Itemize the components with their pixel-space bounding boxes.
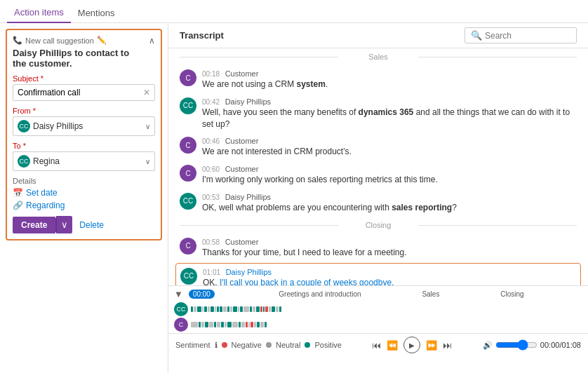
from-group: From * CC Daisy Phillips ∨ — [13, 107, 155, 136]
timestamp: 00:46 — [202, 137, 220, 145]
track-bars — [191, 306, 582, 312]
bar-segment — [230, 306, 232, 312]
clear-subject-icon[interactable]: ✕ — [143, 88, 150, 97]
bar-segment — [204, 306, 207, 312]
msg-header: 00:42 Daisy Phillips — [202, 96, 577, 107]
avatar: C — [180, 69, 196, 86]
volume-icon[interactable]: 🔊 — [483, 341, 493, 350]
search-box: 🔍 — [465, 27, 577, 43]
bar-segment — [227, 306, 229, 312]
from-label: From * — [13, 107, 155, 115]
sender-name: Customer — [225, 165, 259, 173]
msg-text: OK. I'll call you back in a couple of we… — [203, 277, 576, 285]
link-icon: 🔗 — [13, 201, 23, 210]
to-avatar: CC — [18, 155, 30, 168]
bar-segment — [248, 322, 250, 327]
table-row: CC 00:53 Daisy Phillips OK, well what pr… — [180, 189, 577, 217]
playback-controls: ⏮ ⏪ ▶ ⏩ ⏭ — [372, 337, 452, 353]
timeline-tracks: CC — [168, 302, 588, 332]
msg-text: We are not interested in CRM product's. — [202, 146, 577, 158]
transcript-title: Transcript — [180, 30, 224, 41]
msg-header: 00:60 Customer — [202, 163, 577, 174]
sender-name: Customer — [225, 69, 259, 78]
bar-segment — [223, 306, 227, 312]
bar-segment — [241, 322, 245, 327]
fast-forward-icon[interactable]: ⏩ — [426, 340, 437, 351]
sentiment-info: Sentiment ℹ Negative Neutral Positive — [175, 341, 342, 350]
bar-segment — [265, 322, 267, 327]
timestamp: 00:42 — [202, 98, 220, 106]
phase-sales: Sales — [422, 290, 439, 298]
to-group: To * CC Regina ∨ — [13, 142, 155, 171]
to-chevron-icon: ∨ — [145, 158, 150, 165]
bar-segment — [240, 306, 243, 312]
message-content: 00:53 Daisy Phillips OK, well what probl… — [202, 191, 577, 214]
search-icon: 🔍 — [471, 30, 482, 41]
regarding-link[interactable]: 🔗 Regarding — [13, 201, 155, 210]
edit-icon: ✏️ — [97, 36, 107, 45]
bar-segment — [260, 306, 262, 312]
rewind-icon[interactable]: ⏪ — [387, 340, 398, 351]
avatar: C — [180, 238, 196, 255]
skip-forward-icon[interactable]: ⏭ — [443, 340, 452, 351]
message-content: 01:01 Daisy Phillips OK. I'll call you b… — [203, 266, 576, 285]
bar-segment — [246, 322, 248, 327]
bar-segment — [232, 322, 238, 327]
collapse-timeline-button[interactable]: ▼ — [174, 289, 183, 299]
sender-name: Customer — [225, 137, 259, 145]
timestamp: 00:53 — [202, 194, 220, 201]
calendar-icon: 📅 — [13, 188, 23, 198]
play-button[interactable]: ▶ — [403, 337, 420, 353]
bar-segment — [209, 322, 213, 327]
suggestion-header: 📞 New call suggestion ✏️ — [13, 36, 155, 45]
transcript-body: Sales C 00:18 Customer We are not using … — [168, 48, 588, 285]
bar-segment — [276, 306, 279, 312]
table-row: C 00:60 Customer I'm working only workin… — [180, 161, 577, 189]
from-avatar: CC — [18, 120, 30, 133]
set-date-link[interactable]: 📅 Set date — [13, 188, 155, 198]
right-panel: Transcript 🔍 Sales C 00:18 Customer We a… — [168, 23, 588, 373]
avatar: C — [180, 137, 196, 154]
create-button[interactable]: Create — [13, 217, 55, 233]
message-content: 00:42 Daisy Phillips Well, have you seen… — [202, 96, 577, 130]
avatar: CC — [180, 268, 197, 285]
sender-name: Customer — [225, 238, 259, 246]
timeline-header: ▼ 00:00 Greetings and introduction Sales… — [168, 286, 588, 302]
create-dropdown-button[interactable]: ∨ — [56, 216, 72, 233]
bar-segment — [208, 306, 210, 312]
bar-segment — [260, 322, 264, 327]
track-avatar: C — [174, 318, 188, 332]
section-divider-closing: Closing — [180, 217, 577, 233]
tab-action-items[interactable]: Action items — [7, 4, 71, 23]
volume-slider[interactable] — [495, 339, 537, 351]
phase-closing: Closing — [500, 290, 523, 298]
timestamp: 00:18 — [202, 70, 220, 78]
skip-back-icon[interactable]: ⏮ — [372, 340, 381, 351]
to-select[interactable]: CC Regina ∨ — [13, 151, 155, 171]
subject-input-wrapper: ✕ — [13, 84, 155, 101]
time-badge: 00:00 — [189, 290, 215, 299]
action-card: 📞 New call suggestion ✏️ ∧ Daisy Phillip… — [6, 29, 162, 240]
negative-label: Negative — [232, 341, 262, 349]
phase-greetings: Greetings and introduction — [279, 290, 361, 298]
bar-segment — [217, 322, 220, 327]
bar-segment — [243, 306, 249, 312]
avatar: CC — [180, 193, 196, 210]
phone-icon: 📞 — [13, 36, 22, 45]
subject-input[interactable] — [18, 88, 143, 97]
bar-segment — [256, 306, 260, 312]
subject-group: Subject * ✕ — [13, 74, 155, 101]
bar-segment — [239, 322, 241, 327]
track-avatar: CC — [174, 302, 188, 316]
collapse-button[interactable]: ∧ — [149, 36, 155, 46]
to-label: To * — [13, 142, 155, 150]
bar-segment — [215, 306, 216, 312]
left-panel: 📞 New call suggestion ✏️ ∧ Daisy Phillip… — [0, 23, 168, 373]
search-input[interactable] — [485, 31, 570, 41]
bar-segment — [257, 322, 260, 327]
from-select[interactable]: CC Daisy Phillips ∨ — [13, 116, 155, 136]
msg-header: 00:58 Customer — [202, 236, 577, 247]
delete-button[interactable]: Delete — [79, 220, 104, 230]
tab-mentions[interactable]: Mentions — [71, 5, 122, 22]
details-section: Details 📅 Set date 🔗 Regarding — [13, 177, 155, 210]
